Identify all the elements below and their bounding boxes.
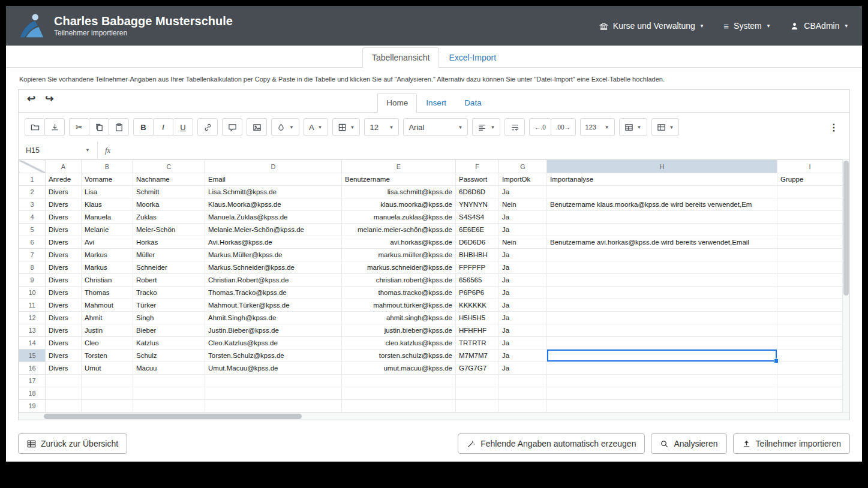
cell-G9[interactable]: Ja [499, 274, 547, 287]
cell-B18[interactable] [82, 387, 133, 400]
cell-A6[interactable]: Divers [46, 236, 82, 249]
cell-G15[interactable]: Ja [499, 350, 547, 362]
cell-B3[interactable]: Klaus [82, 198, 133, 211]
cell-A17[interactable] [46, 375, 82, 387]
number-format-select[interactable]: 123▼ [580, 118, 615, 136]
cell-H10[interactable] [547, 287, 777, 299]
cell-I19[interactable] [777, 400, 843, 412]
tab-insert[interactable]: Insert [417, 93, 455, 113]
cell-B2[interactable]: Lisa [82, 186, 133, 198]
cell-I18[interactable] [777, 387, 843, 400]
cell-E6[interactable]: avi.horkas@kpss.de [342, 236, 456, 249]
cell-I6[interactable] [777, 236, 843, 249]
font-size-select[interactable]: 12▼ [364, 118, 399, 136]
cell-B15[interactable]: Torsten [82, 350, 133, 362]
cell-G17[interactable] [499, 375, 547, 387]
cell-H18[interactable] [547, 387, 777, 400]
column-header-I[interactable]: I [777, 160, 843, 173]
cell-B11[interactable]: Mahmout [82, 299, 133, 312]
cell-D13[interactable]: Justin.Bieber@kpss.de [205, 324, 342, 337]
cell-G11[interactable]: Ja [499, 299, 547, 312]
cell-H9[interactable] [547, 274, 777, 287]
bold-icon[interactable]: B [133, 118, 154, 136]
cell-H7[interactable] [547, 249, 777, 261]
cell-D16[interactable]: Umut.Macuu@kpss.de [205, 362, 342, 375]
cell-A11[interactable]: Divers [46, 299, 82, 312]
cell-G13[interactable]: Ja [499, 324, 547, 337]
cell-C2[interactable]: Schmitt [133, 186, 205, 198]
row-header-14[interactable]: 14 [19, 337, 46, 350]
nav-system[interactable]: ≡ System ▾ [723, 21, 770, 31]
cell-C9[interactable]: Robert [133, 274, 205, 287]
row-header-4[interactable]: 4 [19, 211, 46, 224]
cell-C8[interactable]: Schneider [133, 261, 205, 274]
cell-A15[interactable]: Divers [46, 350, 82, 362]
cell-I4[interactable] [777, 211, 843, 224]
cell-E14[interactable]: cleo.katzlus@kpss.de [342, 337, 456, 350]
cell-D10[interactable]: Thomas.Tracko@kpss.de [205, 287, 342, 299]
row-header-7[interactable]: 7 [19, 249, 46, 261]
cell-I1[interactable]: Gruppe [777, 173, 843, 186]
cell-F3[interactable]: YNYNYN [456, 198, 499, 211]
row-header-11[interactable]: 11 [19, 299, 46, 312]
cell-I3[interactable] [777, 198, 843, 211]
cell-F13[interactable]: HFHFHF [456, 324, 499, 337]
cell-A5[interactable]: Divers [46, 224, 82, 236]
tab-data[interactable]: Data [455, 93, 491, 113]
import-file-icon[interactable] [44, 118, 65, 136]
row-header-12[interactable]: 12 [19, 312, 46, 324]
cell-H13[interactable] [547, 324, 777, 337]
row-header-15[interactable]: 15 [19, 350, 46, 362]
tab-excel-import[interactable]: Excel-Import [439, 47, 506, 68]
cell-C7[interactable]: Müller [133, 249, 205, 261]
cut-icon[interactable]: ✂ [69, 118, 89, 136]
cell-H14[interactable] [547, 337, 777, 350]
column-header-F[interactable]: F [456, 160, 499, 173]
row-header-13[interactable]: 13 [19, 324, 46, 337]
cell-D14[interactable]: Cleo.Katzlus@kpss.de [205, 337, 342, 350]
cell-G16[interactable]: Ja [499, 362, 547, 375]
cell-C6[interactable]: Horkas [133, 236, 205, 249]
cell-E8[interactable]: markus.schneider@kpss.de [342, 261, 456, 274]
cell-E1[interactable]: Benutzername [342, 173, 456, 186]
cell-C5[interactable]: Meier-Schön [133, 224, 205, 236]
auto-generate-missing-button[interactable]: Fehlende Angaben automatisch erzeugen [458, 433, 645, 454]
cell-D8[interactable]: Markus.Schneider@kpss.de [205, 261, 342, 274]
font-color-icon[interactable]: A▼ [304, 118, 328, 136]
cell-D15[interactable]: Torsten.Schulz@kpss.de [205, 350, 342, 362]
cell-F1[interactable]: Passwort [456, 173, 499, 186]
cell-G10[interactable]: Ja [499, 287, 547, 299]
cell-E7[interactable]: markus.müller@kpss.de [342, 249, 456, 261]
text-wrap-icon[interactable] [504, 118, 525, 136]
font-family-select[interactable]: Arial▼ [403, 118, 468, 136]
cell-C17[interactable] [133, 375, 205, 387]
insert-comment-icon[interactable] [222, 118, 242, 136]
cell-D6[interactable]: Avi.Horkas@kpss.de [205, 236, 342, 249]
cell-E2[interactable]: lisa.schmitt@kpss.de [342, 186, 456, 198]
cell-E19[interactable] [342, 400, 456, 412]
cell-I14[interactable] [777, 337, 843, 350]
cell-I10[interactable] [777, 287, 843, 299]
cell-C10[interactable]: Tracko [133, 287, 205, 299]
cell-B4[interactable]: Manuela [82, 211, 133, 224]
insert-link-icon[interactable] [197, 118, 218, 136]
open-file-icon[interactable] [25, 118, 45, 136]
cell-A9[interactable]: Divers [46, 274, 82, 287]
cell-G12[interactable]: Ja [499, 312, 547, 324]
cell-I2[interactable] [777, 186, 843, 198]
cell-H3[interactable]: Benutzername klaus.moorka@kpss.de wird b… [547, 198, 777, 211]
cell-F12[interactable]: H5H5H5 [456, 312, 499, 324]
cell-A18[interactable] [46, 387, 82, 400]
cell-F5[interactable]: 6E6E6E [456, 224, 499, 236]
cell-C1[interactable]: Nachname [133, 173, 205, 186]
cell-I16[interactable] [777, 362, 843, 375]
cell-B13[interactable]: Justin [82, 324, 133, 337]
cell-G2[interactable]: Ja [499, 186, 547, 198]
cell-F7[interactable]: BHBHBH [456, 249, 499, 261]
cell-C14[interactable]: Katzlus [133, 337, 205, 350]
cell-F8[interactable]: FPFPFP [456, 261, 499, 274]
cell-A3[interactable]: Divers [46, 198, 82, 211]
decimal-increase-icon[interactable]: .00→ [551, 118, 576, 136]
cell-D9[interactable]: Christian.Robert@kpss.de [205, 274, 342, 287]
cell-C12[interactable]: Singh [133, 312, 205, 324]
